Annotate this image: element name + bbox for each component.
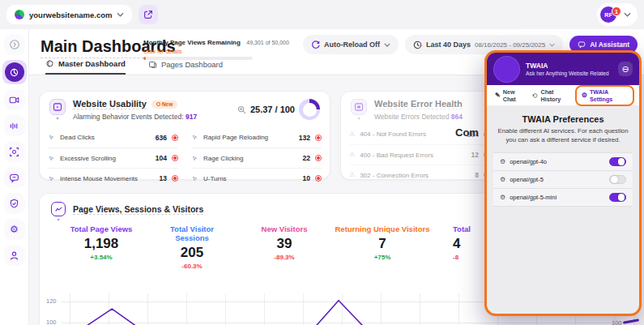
gear-icon: ⚙ — [500, 158, 505, 165]
metric-total-page-views: Total Page Views 1,198 +3.54% — [64, 225, 139, 261]
auto-reload-selector[interactable]: Auto-Reload Off — [303, 35, 399, 54]
alert-record-icon[interactable] — [315, 135, 322, 141]
alert-record-icon[interactable] — [172, 135, 178, 141]
dashboard-tabs: Master Dashboard Pages Dashboard — [45, 59, 223, 75]
external-link-icon — [143, 10, 153, 19]
usability-row[interactable]: Intense Mouse Movements13 — [48, 168, 178, 188]
sidebar-item-visitors[interactable] — [4, 141, 25, 162]
dashboard-icon — [45, 59, 54, 68]
gear-icon: ⚙ — [500, 194, 505, 201]
ai-service-toggle[interactable] — [609, 175, 626, 184]
sidebar-item-insights[interactable] — [4, 115, 25, 136]
metrics-section-icon-box[interactable]: ▾ — [51, 202, 66, 216]
usability-row[interactable]: Dead Clicks636 — [48, 127, 178, 148]
ai-service-row[interactable]: ⚙ openai/gpt-4o — [493, 153, 633, 171]
activity-icon — [54, 205, 63, 214]
ai-service-toggle[interactable] — [609, 193, 626, 202]
tab-pages-dashboard[interactable]: Pages Dashboard — [148, 59, 223, 75]
metric-total-visitor-sessions: Total Visitor Sessions 205 -60.3% — [153, 225, 231, 270]
cursor-click-icon — [191, 175, 198, 182]
clock-icon — [413, 41, 422, 49]
new-badge: New — [151, 100, 177, 109]
domain-selector[interactable]: yourwebsitename.com — [6, 5, 132, 24]
ai-service-row[interactable]: ⚙ openai/gpt-5 — [493, 171, 633, 189]
twaia-title: TWAIA — [526, 62, 618, 70]
tab-twaia-settings[interactable]: ⚙ TWAIA Settings — [575, 85, 634, 106]
zoom-in-icon[interactable] — [237, 105, 246, 114]
ai-service-row[interactable]: ⚙ openai/gpt-5-mini — [493, 189, 633, 207]
site-favicon — [15, 10, 24, 19]
tab-master-dashboard[interactable]: Master Dashboard — [45, 59, 126, 75]
dot-icon — [156, 102, 160, 106]
ai-service-toggle[interactable] — [609, 157, 626, 166]
alert-record-icon[interactable] — [172, 155, 178, 161]
y-axis-tick-100: 100 — [46, 319, 57, 325]
pencil-icon: ✎ — [495, 92, 501, 99]
usability-row[interactable]: Rapid Page Reloading132 — [191, 127, 322, 148]
user-pin-icon — [9, 250, 19, 261]
date-range-label: Last 40 Days — [426, 41, 471, 49]
sidebar-item-account[interactable] — [4, 245, 25, 266]
alarming-events-count: 917 — [186, 113, 197, 121]
usability-row[interactable]: Rage Clicking22 — [191, 148, 322, 168]
ai-service-name: openai/gpt-4o — [510, 158, 605, 165]
chevron-down-icon — [549, 43, 555, 47]
preferences-description: Enable different AI services. For each q… — [495, 127, 631, 145]
error-row[interactable]: ⚠ 400 - Bad Request Errors12 — [349, 144, 490, 165]
browser-cursor-icon — [53, 102, 62, 112]
alert-record-icon[interactable] — [315, 155, 322, 161]
error-row[interactable]: ⚠ 302 - Connection Errors8 — [349, 165, 490, 185]
twaia-settings-body: TWAIA Preferences Enable different AI se… — [487, 105, 639, 212]
error-card-subtitle: Website Errors Detected 864 — [374, 113, 463, 121]
date-range-value: 08/16/2025 - 09/25/2025 — [475, 41, 545, 49]
sidebar-item-dashboards[interactable] — [2, 60, 27, 84]
topbar: yourwebsitename.com RF 1 — [0, 0, 644, 29]
quota-label: Monthly Page Views Remaining — [143, 39, 241, 46]
usability-row[interactable]: U-Turns10 — [191, 168, 322, 188]
sidebar-item-chat[interactable] — [4, 167, 25, 188]
usability-rows: Dead Clicks636 Rapid Page Reloading132 E… — [48, 127, 322, 188]
ai-service-name: openai/gpt-5-mini — [510, 194, 605, 201]
browser-window-icon — [354, 102, 364, 112]
video-icon — [9, 95, 19, 105]
cursor-click-icon — [48, 155, 55, 162]
twaia-avatar — [493, 56, 520, 83]
metric-new-visitors: New Visitors 39 -89.3% — [245, 225, 323, 261]
user-menu[interactable]: RF 1 — [597, 3, 638, 26]
website-usability-card: ▾ Website Usability New Alarming Behavio… — [39, 91, 331, 180]
shield-check-icon — [9, 199, 19, 209]
twaia-assistant-panel: TWAIA Ask her Anything Website Related ⊖… — [484, 50, 642, 316]
metric-returning-unique-visitors: Returning Unique Visitors 7 +75% — [327, 225, 437, 261]
sidebar-item-security[interactable] — [4, 193, 25, 214]
tab-pages-label: Pages Dashboard — [161, 60, 223, 69]
usability-card-icon-box[interactable]: ▾ — [49, 99, 66, 115]
tab-new-chat[interactable]: ✎ New Chat — [492, 87, 529, 105]
usability-row[interactable]: Excessive Scrolling104 — [48, 148, 178, 168]
collapse-sidebar-button[interactable] — [4, 34, 25, 55]
preferences-title: TWAIA Preferences — [493, 114, 633, 124]
alert-record-icon[interactable] — [315, 175, 322, 182]
metrics-section-title: Page Views, Sessions & Visitors — [73, 204, 203, 215]
analytics-dashboard: yourwebsitename.com RF 1 — [0, 0, 644, 325]
dashboard-pie-icon — [9, 67, 19, 78]
y-axis-tick-120: 120 — [46, 297, 57, 305]
quota-details-link[interactable]: Click for details — [143, 49, 297, 54]
chevron-down-icon — [384, 43, 390, 47]
warning-icon: ⚠ — [349, 131, 355, 138]
alert-record-icon[interactable] — [172, 175, 178, 182]
pages-icon — [148, 60, 157, 69]
minimize-panel-button[interactable]: ⊖ — [618, 62, 633, 76]
chat-icon — [9, 173, 19, 183]
audio-wave-icon — [9, 121, 19, 131]
hidden-card-text-fragment: Com — [455, 126, 479, 139]
warning-icon: ⚠ — [349, 152, 355, 158]
twaia-subtitle: Ask her Anything Website Related — [526, 71, 618, 76]
open-site-button[interactable] — [139, 5, 158, 24]
tab-chat-history[interactable]: Chat History — [529, 87, 574, 105]
error-card-icon-box[interactable]: ▾ — [351, 99, 367, 115]
quota-value: 49,301 of 50,000 — [246, 40, 289, 45]
sidebar-item-recordings[interactable] — [4, 89, 25, 110]
ai-assistant-label: AI Assistant — [590, 41, 629, 49]
right-chart-axis-fragment: 100 — [612, 319, 622, 325]
sidebar-item-settings[interactable]: ⚙ — [4, 219, 25, 240]
